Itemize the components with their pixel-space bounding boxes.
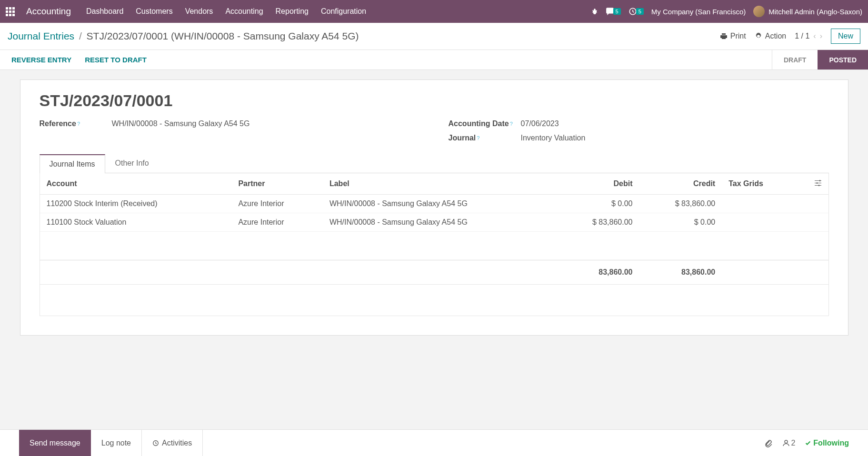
main-navbar: Accounting Dashboard Customers Vendors A… <box>0 0 868 23</box>
print-button[interactable]: Print <box>720 32 746 40</box>
th-settings <box>796 173 828 195</box>
reference-label: Reference ? <box>40 119 106 128</box>
activities-badge: 5 <box>636 8 644 15</box>
table-spacer <box>40 232 828 260</box>
breadcrumb-separator: / <box>79 30 82 41</box>
cell-tax <box>722 195 796 213</box>
field-reference: Reference ? WH/IN/00008 - Samsung Galaxy… <box>40 119 420 128</box>
cell-tax <box>722 213 796 232</box>
pager-count[interactable]: 1 / 1 <box>795 32 809 40</box>
tab-other-info[interactable]: Other Info <box>105 154 159 173</box>
cell-actions <box>796 213 828 232</box>
status-posted[interactable]: POSTED <box>818 50 868 69</box>
cell-account: 110100 Stock Valuation <box>40 213 232 232</box>
company-selector[interactable]: My Company (San Francisco) <box>651 8 746 16</box>
user-menu[interactable]: Mitchell Admin (Anglo-Saxon) <box>753 6 862 17</box>
help-icon[interactable]: ? <box>77 121 80 127</box>
user-name: Mitchell Admin (Anglo-Saxon) <box>768 8 862 16</box>
status-bar: DRAFT POSTED <box>772 50 868 69</box>
nav-links: Dashboard Customers Vendors Accounting R… <box>86 7 366 16</box>
nav-right: 5 5 My Company (San Francisco) Mitchell … <box>590 6 862 17</box>
nav-dashboard[interactable]: Dashboard <box>86 7 123 16</box>
totals-row: 83,860.00 83,860.00 <box>40 260 828 285</box>
cell-debit: $ 0.00 <box>557 195 639 213</box>
accounting-date-label: Accounting Date ? <box>449 119 515 128</box>
new-button[interactable]: New <box>831 29 860 44</box>
reverse-entry-button[interactable]: REVERSE ENTRY <box>11 56 71 64</box>
nav-reporting[interactable]: Reporting <box>276 7 309 16</box>
cell-credit: $ 0.00 <box>639 213 722 232</box>
apps-icon[interactable] <box>6 7 15 16</box>
breadcrumb: Journal Entries / STJ/2023/07/0001 (WH/I… <box>8 30 359 42</box>
fields-row: Reference ? WH/IN/00008 - Samsung Galaxy… <box>40 119 829 142</box>
cell-partner: Azure Interior <box>231 195 323 213</box>
activities-icon[interactable]: 5 <box>629 7 644 16</box>
bug-icon[interactable] <box>590 8 598 15</box>
field-journal: Journal ? Inventory Valuation <box>449 134 829 142</box>
th-tax[interactable]: Tax Grids <box>722 173 796 195</box>
journal-label: Journal ? <box>449 134 515 142</box>
entry-title: STJ/2023/07/0001 <box>40 91 829 110</box>
topbar: Journal Entries / STJ/2023/07/0001 (WH/I… <box>0 23 868 50</box>
content-wrap: STJ/2023/07/0001 Reference ? WH/IN/00008… <box>0 70 868 336</box>
accounting-date-value: 07/06/2023 <box>521 119 559 128</box>
app-name[interactable]: Accounting <box>26 6 71 17</box>
cell-credit: $ 83,860.00 <box>639 195 722 213</box>
svg-point-2 <box>816 182 818 184</box>
avatar <box>753 6 765 17</box>
actionbar: REVERSE ENTRY RESET TO DRAFT DRAFT POSTE… <box>0 50 868 70</box>
messages-badge: 5 <box>613 8 621 15</box>
pager-prev-icon[interactable]: ‹ <box>813 32 816 40</box>
reset-draft-button[interactable]: RESET TO DRAFT <box>85 56 147 64</box>
table-row[interactable]: 110200 Stock Interim (Received) Azure In… <box>40 195 828 213</box>
help-icon[interactable]: ? <box>510 121 513 127</box>
tab-journal-items[interactable]: Journal Items <box>40 154 105 173</box>
cell-debit: $ 83,860.00 <box>557 213 639 232</box>
total-debit: 83,860.00 <box>557 260 639 285</box>
cell-account: 110200 Stock Interim (Received) <box>40 195 232 213</box>
form-sheet: STJ/2023/07/0001 Reference ? WH/IN/00008… <box>20 79 848 336</box>
journal-items-table: Account Partner Label Debit Credit Tax G… <box>40 173 829 316</box>
cell-partner: Azure Interior <box>231 213 323 232</box>
nav-configuration[interactable]: Configuration <box>321 7 366 16</box>
columns-settings-icon[interactable] <box>814 180 822 188</box>
cell-label: WH/IN/00008 - Samsung Galaxy A54 5G <box>323 213 557 232</box>
breadcrumb-root[interactable]: Journal Entries <box>8 30 74 41</box>
svg-point-1 <box>819 180 820 181</box>
pager-next-icon[interactable]: › <box>820 32 822 40</box>
breadcrumb-current: STJ/2023/07/0001 (WH/IN/00008 - Samsung … <box>87 30 359 41</box>
reference-value: WH/IN/00008 - Samsung Galaxy A54 5G <box>112 119 250 128</box>
th-credit[interactable]: Credit <box>639 173 722 195</box>
tabs: Journal Items Other Info <box>40 154 829 173</box>
nav-vendors[interactable]: Vendors <box>185 7 213 16</box>
table-row[interactable]: 110100 Stock Valuation Azure Interior WH… <box>40 213 828 232</box>
status-draft[interactable]: DRAFT <box>772 50 818 69</box>
total-credit: 83,860.00 <box>639 260 722 285</box>
cell-actions <box>796 195 828 213</box>
table-header-row: Account Partner Label Debit Credit Tax G… <box>40 173 828 195</box>
fields-col-left: Reference ? WH/IN/00008 - Samsung Galaxy… <box>40 119 420 142</box>
help-icon[interactable]: ? <box>477 135 479 141</box>
messages-icon[interactable]: 5 <box>606 7 621 16</box>
action-links: REVERSE ENTRY RESET TO DRAFT <box>0 50 158 69</box>
th-partner[interactable]: Partner <box>231 173 323 195</box>
svg-point-3 <box>818 185 819 186</box>
nav-accounting[interactable]: Accounting <box>225 7 263 16</box>
nav-customers[interactable]: Customers <box>136 7 172 16</box>
fields-col-right: Accounting Date ? 07/06/2023 Journal ? I… <box>449 119 829 142</box>
th-debit[interactable]: Debit <box>557 173 639 195</box>
th-label[interactable]: Label <box>323 173 557 195</box>
pager: 1 / 1 ‹ › <box>795 32 822 40</box>
cell-label: WH/IN/00008 - Samsung Galaxy A54 5G <box>323 195 557 213</box>
field-accounting-date: Accounting Date ? 07/06/2023 <box>449 119 829 128</box>
journal-value: Inventory Valuation <box>521 134 586 142</box>
topbar-actions: Print Action 1 / 1 ‹ › New <box>720 29 860 44</box>
action-button[interactable]: Action <box>755 32 786 40</box>
th-account[interactable]: Account <box>40 173 232 195</box>
table-footer-spacer <box>40 285 828 316</box>
